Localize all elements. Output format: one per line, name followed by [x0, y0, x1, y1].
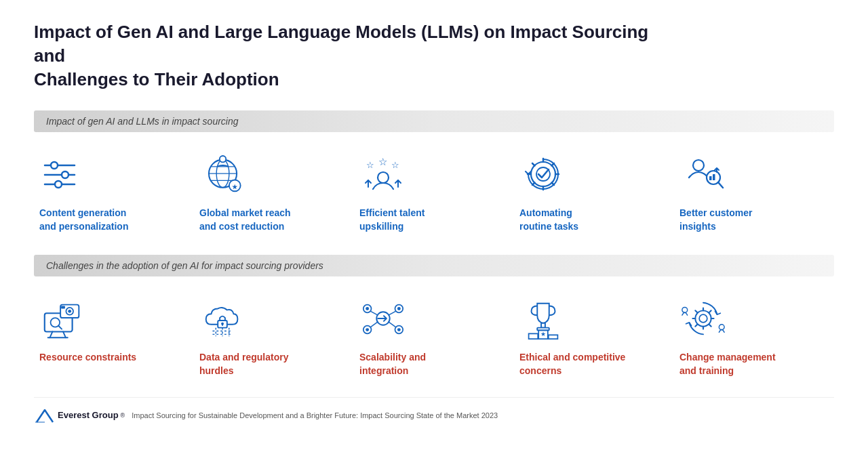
everest-logo: Everest Group ® [34, 407, 125, 424]
svg-line-82 [695, 325, 697, 327]
scalability-icon [359, 295, 407, 343]
svg-rect-72 [549, 335, 558, 339]
section1-header: Impact of gen AI and LLMs in impact sour… [34, 110, 834, 132]
everest-reg-icon: ® [121, 412, 125, 419]
item-better-customer: Better customerinsights [674, 151, 834, 233]
resource-label: Resource constraints [39, 351, 136, 365]
item-resource: Resource constraints [34, 295, 194, 377]
resource-icon [39, 295, 87, 343]
svg-line-32 [718, 182, 723, 188]
svg-rect-43 [61, 306, 65, 309]
svg-point-3 [62, 171, 68, 178]
change-mgmt-label: Change managementand training [679, 351, 776, 377]
section1-items: Content generationand personalization ★ … [34, 151, 834, 233]
svg-text:★: ★ [232, 184, 238, 190]
item-efficient-talent: ☆ ☆ ☆ Efficient talentupskilling [354, 151, 514, 233]
svg-line-25 [532, 163, 535, 166]
section2-header: Challenges in the adoption of gen AI for… [34, 255, 834, 276]
svg-point-83 [699, 315, 707, 323]
automating-icon [519, 151, 567, 199]
svg-point-84 [682, 308, 688, 313]
item-data-reg: Data and regulatoryhurdles [194, 295, 354, 377]
item-scalability: Scalability andintegration [354, 295, 514, 377]
svg-line-62 [371, 322, 378, 327]
ethical-label: Ethical and competitiveconcerns [519, 351, 625, 377]
efficient-talent-label: Efficient talentupskilling [359, 207, 425, 233]
efficient-talent-icon: ☆ ☆ ☆ [359, 151, 407, 199]
svg-line-60 [371, 312, 378, 316]
svg-line-80 [709, 325, 711, 327]
ethical-icon: ★ [519, 295, 567, 343]
scalability-label: Scalability andintegration [359, 351, 426, 377]
better-customer-icon [679, 151, 727, 199]
svg-point-14 [378, 172, 389, 183]
item-ethical: ★ Ethical and competitiveconcerns [514, 295, 674, 377]
svg-text:☆: ☆ [391, 160, 399, 170]
svg-point-42 [68, 310, 71, 313]
item-content-gen: Content generationand personalization [34, 151, 194, 233]
footer-citation: Impact Sourcing for Sustainable Developm… [132, 411, 498, 419]
content-gen-icon [39, 151, 87, 199]
section2-items: Resource constraints Data a [34, 295, 834, 377]
item-automating: Automatingroutine tasks [514, 151, 674, 233]
footer: Everest Group ® Impact Sourcing for Sust… [34, 397, 834, 424]
svg-rect-68 [541, 323, 545, 328]
better-customer-label: Better customerinsights [679, 207, 752, 233]
svg-line-37 [50, 332, 53, 338]
svg-line-63 [389, 322, 396, 327]
svg-rect-70 [529, 334, 538, 339]
everest-mountain-icon [34, 407, 56, 424]
data-reg-icon [199, 295, 247, 343]
automating-label: Automatingroutine tasks [519, 207, 578, 233]
svg-rect-34 [713, 174, 715, 180]
svg-line-61 [389, 312, 396, 316]
svg-point-30 [693, 160, 704, 171]
svg-line-79 [695, 311, 697, 313]
item-change-mgmt: Change managementand training [674, 295, 834, 377]
svg-line-38 [63, 332, 66, 338]
svg-text:☆: ☆ [378, 156, 387, 167]
global-market-icon: ★ [199, 151, 247, 199]
item-global-market: ★ Global market reachand cost reduction [194, 151, 354, 233]
svg-point-13 [220, 156, 226, 162]
svg-text:★: ★ [540, 331, 546, 338]
everest-brand: Everest Group [58, 410, 119, 420]
main-title: Impact of Gen AI and Large Language Mode… [34, 20, 678, 91]
svg-point-1 [51, 162, 58, 169]
svg-point-5 [55, 181, 62, 188]
change-mgmt-icon [679, 295, 727, 343]
svg-point-67 [397, 329, 401, 332]
svg-point-65 [397, 307, 401, 310]
content-gen-label: Content generationand personalization [39, 207, 128, 233]
global-market-label: Global market reachand cost reduction [199, 207, 291, 233]
svg-rect-48 [222, 324, 223, 326]
data-reg-label: Data and regulatoryhurdles [199, 351, 288, 377]
svg-point-66 [366, 329, 369, 332]
svg-point-85 [719, 325, 724, 330]
svg-line-81 [709, 311, 711, 313]
svg-rect-33 [709, 176, 712, 180]
svg-text:☆: ☆ [366, 160, 374, 170]
svg-point-64 [366, 307, 369, 310]
